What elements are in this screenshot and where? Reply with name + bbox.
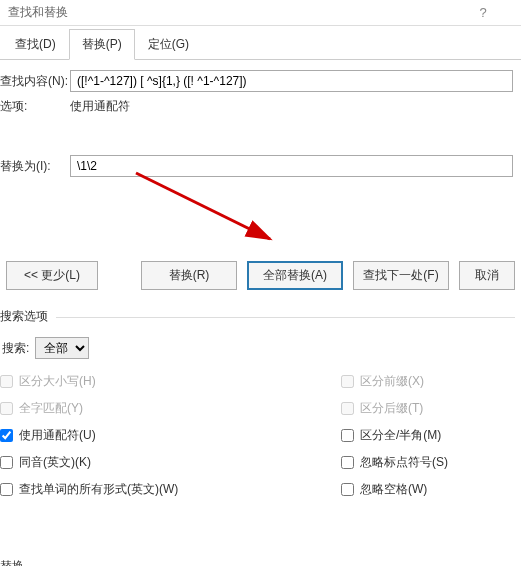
svg-line-0 <box>136 173 270 239</box>
chk-suffix: 区分后缀(T) <box>341 400 521 417</box>
replace-button[interactable]: 替换(R) <box>141 261 237 290</box>
tabs: 查找(D) 替换(P) 定位(G) <box>0 28 521 60</box>
tab-replace[interactable]: 替换(P) <box>69 29 135 60</box>
options-label: 选项: <box>0 98 70 115</box>
chk-whole-word: 全字匹配(Y) <box>0 400 341 417</box>
chk-match-case: 区分大小写(H) <box>0 373 341 390</box>
tab-goto[interactable]: 定位(G) <box>135 29 202 60</box>
dialog-title: 查找和替换 <box>8 4 473 21</box>
find-label: 查找内容(N): <box>0 73 70 90</box>
chk-full-half[interactable]: 区分全/半角(M) <box>341 427 521 444</box>
search-direction-label: 搜索: <box>2 340 29 357</box>
chk-all-word-forms[interactable]: 查找单词的所有形式(英文)(W) <box>0 481 341 498</box>
chk-ignore-space[interactable]: 忽略空格(W) <box>341 481 521 498</box>
help-icon[interactable]: ? <box>473 5 493 20</box>
replace-label: 替换为(I): <box>0 158 70 175</box>
less-button[interactable]: << 更少(L) <box>6 261 98 290</box>
cancel-button[interactable]: 取消 <box>459 261 515 290</box>
find-next-button[interactable]: 查找下一处(F) <box>353 261 449 290</box>
search-options-legend: 搜索选项 <box>0 308 521 325</box>
search-direction-select[interactable]: 全部 <box>35 337 89 359</box>
replace-format-legend: 替换 <box>0 558 521 566</box>
options-value: 使用通配符 <box>70 98 130 115</box>
chk-prefix: 区分前缀(X) <box>341 373 521 390</box>
chk-use-wildcards[interactable]: 使用通配符(U) <box>0 427 341 444</box>
replace-all-button[interactable]: 全部替换(A) <box>247 261 343 290</box>
chk-sounds-like[interactable]: 同音(英文)(K) <box>0 454 341 471</box>
tab-find[interactable]: 查找(D) <box>2 29 69 60</box>
find-input[interactable] <box>70 70 513 92</box>
chk-ignore-punct[interactable]: 忽略标点符号(S) <box>341 454 521 471</box>
annotation-arrow <box>130 167 290 257</box>
